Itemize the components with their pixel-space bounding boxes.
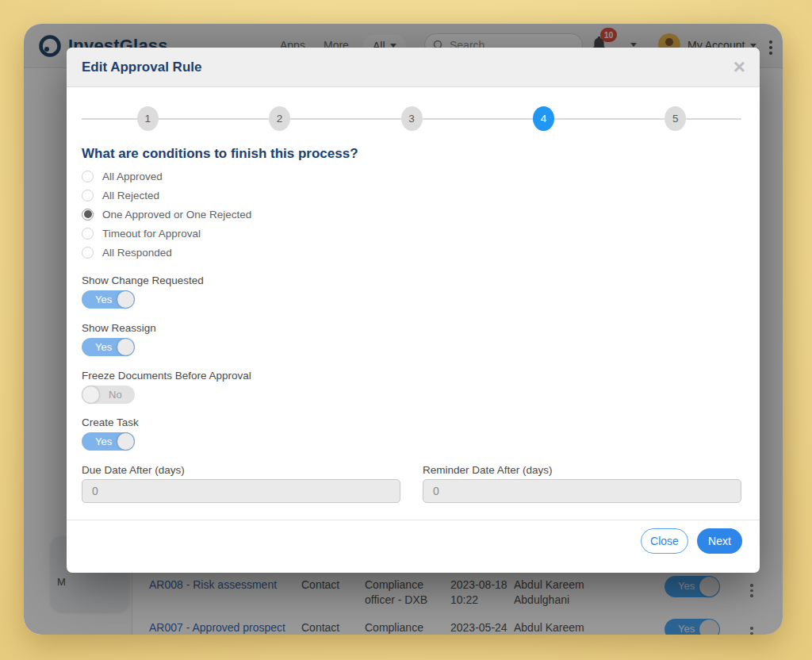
reminder-date-after-input[interactable] [423,479,741,503]
radio-label: Timeout for Approval [102,228,201,240]
toggle-state-label: Yes [95,436,112,447]
toggle-knob [82,386,99,403]
radio-label: All Responded [102,247,172,259]
create-task-toggle[interactable]: Yes [82,432,135,451]
show-change-requested-toggle[interactable]: Yes [82,290,135,309]
condition-radio-group: All Approved All Rejected One Approved o… [82,167,251,262]
toggle-knob [117,433,134,450]
close-button[interactable]: Close [641,528,688,554]
step-5[interactable]: 5 [665,106,686,131]
radio-all-responded[interactable]: All Responded [82,243,251,262]
close-icon[interactable]: × [733,56,745,78]
toggle-state-label: No [109,389,122,401]
show-reassign-label: Show Reassign [82,322,156,334]
reminder-date-after-label: Reminder Date After (days) [423,464,553,476]
radio-all-rejected[interactable]: All Rejected [82,186,251,205]
due-date-after-input[interactable] [82,479,400,503]
radio-label: All Approved [102,171,163,182]
radio-circle-icon [82,228,94,240]
modal-header: Edit Approval Rule × [67,48,760,87]
toggle-state-label: Yes [95,341,112,353]
create-task-label: Create Task [82,416,139,428]
desktop-background: InvestGlass Apps More All 10 [0,0,812,660]
question-heading: What are conditions to finish this proce… [82,146,358,162]
due-date-after-label: Due Date After (days) [82,464,185,476]
step-2[interactable]: 2 [269,106,290,131]
toggle-state-label: Yes [95,294,112,305]
radio-circle-icon [82,190,94,201]
wizard-stepper: 1 2 3 4 5 [82,106,741,132]
show-change-requested-label: Show Change Requested [82,274,204,286]
radio-one-approved-or-rejected[interactable]: One Approved or One Rejected [82,205,251,224]
show-reassign-toggle[interactable]: Yes [82,338,135,356]
freeze-documents-toggle[interactable]: No [82,386,135,404]
freeze-documents-label: Freeze Documents Before Approval [82,370,251,382]
footer-divider [67,520,760,520]
radio-all-approved[interactable]: All Approved [82,167,251,186]
radio-selected-icon [82,209,94,221]
edit-approval-rule-modal: Edit Approval Rule × 1 2 3 4 5 What are … [67,48,760,573]
step-4-active[interactable]: 4 [533,106,554,131]
step-1[interactable]: 1 [137,106,159,131]
step-3[interactable]: 3 [401,106,423,131]
radio-timeout-for-approval[interactable]: Timeout for Approval [82,224,251,243]
radio-label: All Rejected [102,190,159,201]
radio-circle-icon [82,247,94,259]
radio-label: One Approved or One Rejected [102,209,251,221]
next-button[interactable]: Next [697,528,742,554]
toggle-knob [117,291,134,308]
toggle-knob [117,339,134,355]
modal-title: Edit Approval Rule [82,59,201,75]
radio-circle-icon [82,171,94,182]
